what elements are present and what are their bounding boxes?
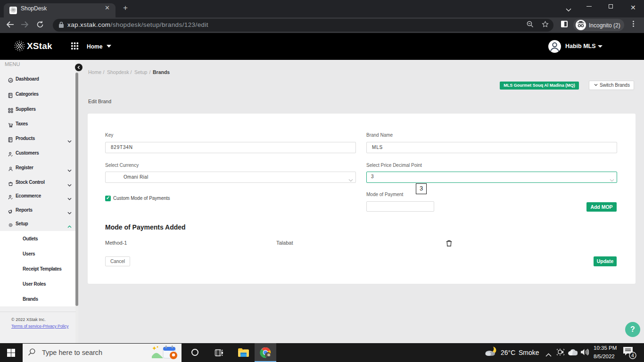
svg-text:4: 4 — [631, 353, 634, 358]
